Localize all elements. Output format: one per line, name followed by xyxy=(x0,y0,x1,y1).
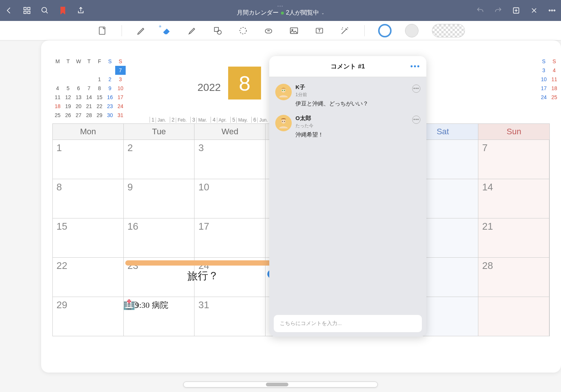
comment-panel-header: コメント #1 ••• xyxy=(269,56,426,77)
shape-tool-icon[interactable] xyxy=(212,25,224,37)
grid-icon[interactable] xyxy=(22,6,31,15)
close-icon[interactable] xyxy=(530,6,539,15)
lasso-tool-icon[interactable] xyxy=(237,25,249,37)
drag-dots-icon: ••• xyxy=(278,4,284,8)
comment-actions-icon[interactable]: ••• xyxy=(412,85,420,93)
redo-icon[interactable] xyxy=(494,6,503,15)
undo-icon[interactable] xyxy=(476,6,485,15)
color-swatch-primary[interactable] xyxy=(378,24,392,37)
svg-point-24 xyxy=(284,90,285,91)
comment-text: 沖縄希望！ xyxy=(295,131,420,138)
presence-dot-icon xyxy=(281,12,284,15)
svg-point-17 xyxy=(240,27,246,34)
comment-panel-title: コメント #1 xyxy=(331,62,365,71)
image-tool-icon[interactable] xyxy=(288,25,300,37)
comment-text: 伊豆と沖縄、どっちがいい？ xyxy=(295,100,420,107)
highlighter-tool-icon[interactable] xyxy=(186,25,198,37)
document-title-button[interactable]: 月間カレンダー 2人が閲覧中 ⌄ xyxy=(237,9,325,17)
stamp-tool-icon[interactable] xyxy=(263,25,275,37)
search-icon[interactable] xyxy=(40,6,49,15)
svg-rect-14 xyxy=(99,27,105,34)
svg-point-26 xyxy=(282,121,283,122)
add-page-icon[interactable] xyxy=(512,6,521,15)
avatar xyxy=(275,84,292,100)
horizontal-scrollbar[interactable] xyxy=(183,382,378,388)
separator xyxy=(122,25,122,36)
titlebar: ••• 月間カレンダー 2人が閲覧中 ⌄ xyxy=(0,0,561,21)
hospital-emoji-icon: 🏥 xyxy=(123,299,135,310)
comment-list: K子 1分前 伊豆と沖縄、どっちがいい？ ••• O太郎 たった今 沖縄希望！ … xyxy=(269,77,426,310)
magic-tool-icon[interactable] xyxy=(339,25,351,37)
comment-item: O太郎 たった今 沖縄希望！ ••• xyxy=(269,111,426,142)
separator xyxy=(364,25,365,36)
svg-line-5 xyxy=(46,12,48,13)
back-icon[interactable] xyxy=(4,6,13,15)
doc-title: 月間カレンダー xyxy=(237,9,279,17)
comment-time: 1分前 xyxy=(295,92,420,98)
comment-author: K子 xyxy=(295,84,420,91)
more-icon[interactable] xyxy=(548,6,557,15)
mini-calendar-left[interactable]: MTWTFSS 7 123 45678910 11121314151617 18… xyxy=(52,57,126,120)
tool-toolbar: ⚹ xyxy=(0,21,561,40)
text-tool-icon[interactable] xyxy=(313,25,325,37)
svg-point-27 xyxy=(284,121,285,122)
handwriting-trip: 旅行？ xyxy=(187,269,219,284)
viewers-label: 2人が閲覧中 xyxy=(286,9,319,17)
share-icon[interactable] xyxy=(76,6,85,15)
comment-panel: コメント #1 ••• K子 1分前 伊豆と沖縄、どっちがいい？ ••• O太郎… xyxy=(269,56,426,337)
svg-point-4 xyxy=(42,7,47,12)
color-swatch-secondary[interactable] xyxy=(405,24,419,37)
svg-rect-3 xyxy=(28,11,30,13)
svg-point-13 xyxy=(554,10,555,11)
page-tool-icon[interactable] xyxy=(96,25,108,37)
svg-rect-2 xyxy=(24,11,26,13)
month-badge: 8 xyxy=(228,67,261,99)
svg-point-11 xyxy=(549,10,550,11)
chevron-down-icon: ⌄ xyxy=(321,11,324,15)
comment-actions-icon[interactable]: ••• xyxy=(412,116,420,124)
transparency-swatch[interactable] xyxy=(432,24,465,37)
comment-time: たった今 xyxy=(295,123,420,129)
pen-tool-icon[interactable] xyxy=(135,25,147,37)
handwriting-hospital: 9:30 病院 xyxy=(135,300,168,311)
eraser-tool-icon[interactable]: ⚹ xyxy=(161,25,173,37)
svg-point-16 xyxy=(217,30,221,34)
comment-item: K子 1分前 伊豆と沖縄、どっちがいい？ ••• xyxy=(269,80,426,111)
comment-panel-more-icon[interactable]: ••• xyxy=(410,62,420,71)
comment-author: O太郎 xyxy=(295,115,420,122)
scrollbar-thumb[interactable] xyxy=(266,383,288,386)
year-label: 2022 xyxy=(197,82,221,94)
svg-point-12 xyxy=(551,10,552,11)
svg-point-23 xyxy=(282,90,283,91)
svg-rect-1 xyxy=(28,7,30,10)
bluetooth-icon: ⚹ xyxy=(159,24,162,28)
avatar xyxy=(275,115,292,131)
bookmark-icon[interactable] xyxy=(58,6,67,15)
svg-rect-0 xyxy=(24,7,26,10)
comment-input[interactable]: こちらにコメントを入力... xyxy=(274,315,422,332)
mini-calendar-right[interactable]: SS 34 1011 1718 2425 xyxy=(539,57,561,102)
